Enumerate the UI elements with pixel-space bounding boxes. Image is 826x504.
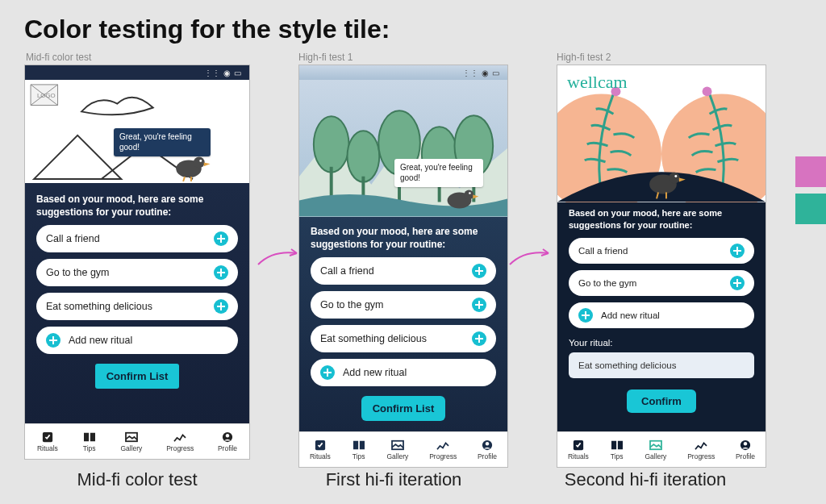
tab-rituals[interactable]: Rituals — [310, 439, 331, 460]
plus-icon[interactable] — [46, 333, 60, 348]
plus-icon[interactable] — [730, 244, 745, 258]
plus-icon[interactable] — [214, 265, 228, 280]
suggestion-item[interactable]: Eat something delicious — [36, 293, 238, 320]
gallery-icon — [124, 431, 139, 443]
suggestion-label: Call a friend — [46, 233, 100, 244]
suggestion-item[interactable]: Call a friend — [569, 238, 754, 264]
svg-point-12 — [348, 131, 380, 182]
status-bar: ⋮⋮◉▭ — [299, 65, 507, 80]
confirm-button[interactable]: Confirm List — [361, 396, 446, 421]
battery-icon: ▭ — [234, 69, 241, 77]
signal-icon: ⋮⋮ — [462, 69, 478, 77]
gallery-icon — [390, 439, 405, 451]
progress-icon — [173, 431, 187, 443]
add-new-ritual[interactable]: Add new ritual — [569, 302, 754, 328]
tips-icon — [610, 439, 624, 451]
plus-icon[interactable] — [730, 276, 745, 290]
tips-icon — [352, 439, 366, 451]
prompt-text: Based on your mood, here are some sugges… — [36, 193, 238, 219]
wifi-icon: ◉ — [482, 69, 489, 77]
svg-point-11 — [314, 116, 349, 172]
rituals-icon — [313, 439, 327, 451]
tab-label: Rituals — [37, 444, 58, 452]
suggestion-item[interactable]: Go to the gym — [36, 259, 238, 286]
gallery-icon — [649, 439, 663, 451]
speech-bubble: Great, you're feeling good! — [394, 159, 483, 187]
profile-icon — [738, 439, 753, 451]
swatch-teal — [795, 194, 826, 224]
tab-progress[interactable]: Progress — [687, 439, 715, 460]
tab-rituals[interactable]: Rituals — [37, 431, 58, 452]
battery-icon: ▭ — [492, 69, 499, 77]
tab-label: Profile — [218, 444, 237, 452]
tab-gallery[interactable]: Gallery — [120, 431, 142, 452]
svg-point-36 — [674, 175, 677, 177]
suggestion-item[interactable]: Go to the gym — [569, 270, 754, 296]
your-ritual-label: Your ritual: — [569, 338, 754, 348]
page-title: Color testing for the style tile: — [24, 15, 390, 44]
tab-label: Progress — [687, 452, 715, 460]
confirm-button[interactable]: Confirm — [627, 389, 696, 413]
add-new-label: Add new ritual — [601, 310, 660, 320]
tab-label: Gallery — [120, 444, 142, 452]
add-new-label: Add new ritual — [343, 367, 407, 378]
plus-icon[interactable] — [472, 264, 486, 278]
caption-1: Mid-fi color test — [48, 469, 226, 490]
column-label-3: High-fi test 2 — [557, 52, 611, 63]
plus-icon[interactable] — [320, 365, 335, 380]
plus-icon[interactable] — [214, 231, 228, 246]
confirm-button[interactable]: Confirm List — [95, 364, 180, 389]
tab-tips[interactable]: Tips — [610, 439, 624, 460]
tab-label: Profile — [736, 452, 755, 460]
tab-rituals[interactable]: Rituals — [568, 439, 589, 460]
arrow-icon — [257, 242, 305, 274]
tab-profile[interactable]: Profile — [218, 431, 237, 452]
profile-icon — [220, 431, 235, 443]
column-label-2: High-fi test 1 — [298, 52, 353, 63]
tab-label: Rituals — [310, 452, 331, 460]
suggestion-item[interactable]: Go to the gym — [311, 291, 496, 319]
progress-icon — [694, 439, 708, 451]
plus-icon[interactable] — [214, 299, 228, 314]
mockup-hifi-2: wellcam Based on your mood, here are som… — [557, 65, 766, 468]
add-new-label: Add new ritual — [69, 335, 132, 346]
svg-point-42 — [744, 442, 747, 445]
plus-icon[interactable] — [472, 298, 486, 312]
tab-label: Gallery — [386, 452, 408, 460]
suggestion-label: Go to the gym — [320, 299, 384, 310]
tab-profile[interactable]: Profile — [478, 439, 497, 460]
signal-icon: ⋮⋮ — [204, 69, 220, 77]
suggestion-item[interactable]: Eat something delicious — [311, 325, 496, 352]
tab-progress[interactable]: Progress — [429, 439, 457, 460]
plus-icon[interactable] — [578, 308, 593, 323]
add-new-ritual[interactable]: Add new ritual — [311, 359, 496, 386]
svg-point-32 — [703, 86, 712, 96]
tab-gallery[interactable]: Gallery — [386, 439, 408, 460]
tab-tips[interactable]: Tips — [82, 431, 97, 452]
caption-3: Second hi-fi iteration — [532, 469, 758, 490]
tab-label: Progress — [429, 452, 457, 460]
speech-bubble: Great, you're feeling good! — [114, 128, 211, 156]
brand-logo: wellcam — [567, 72, 628, 93]
suggestion-label: Eat something delicious — [320, 333, 427, 344]
tab-bar: Rituals Tips Gallery Progress Profile — [557, 431, 766, 467]
suggestion-item[interactable]: Call a friend — [36, 225, 238, 252]
svg-point-34 — [669, 173, 680, 184]
plus-icon[interactable] — [472, 331, 486, 346]
add-new-ritual[interactable]: Add new ritual — [36, 327, 238, 354]
tab-gallery[interactable]: Gallery — [645, 439, 666, 460]
wifi-icon: ◉ — [223, 69, 231, 77]
tab-profile[interactable]: Profile — [736, 439, 755, 460]
caption-2: First hi-fi iteration — [297, 469, 490, 490]
svg-point-28 — [486, 442, 489, 445]
suggestion-item[interactable]: Call a friend — [311, 257, 496, 285]
tips-icon — [82, 431, 97, 443]
arrow-icon — [508, 242, 557, 274]
svg-point-24 — [469, 192, 471, 194]
tab-tips[interactable]: Tips — [352, 439, 366, 460]
tab-progress[interactable]: Progress — [166, 431, 194, 452]
status-bar: ⋮⋮ ◉ ▭ — [25, 65, 249, 80]
swatch-pink — [795, 156, 826, 187]
your-ritual-value[interactable]: Eat something delicious — [569, 352, 754, 378]
hero-illustration-forest — [299, 80, 507, 217]
